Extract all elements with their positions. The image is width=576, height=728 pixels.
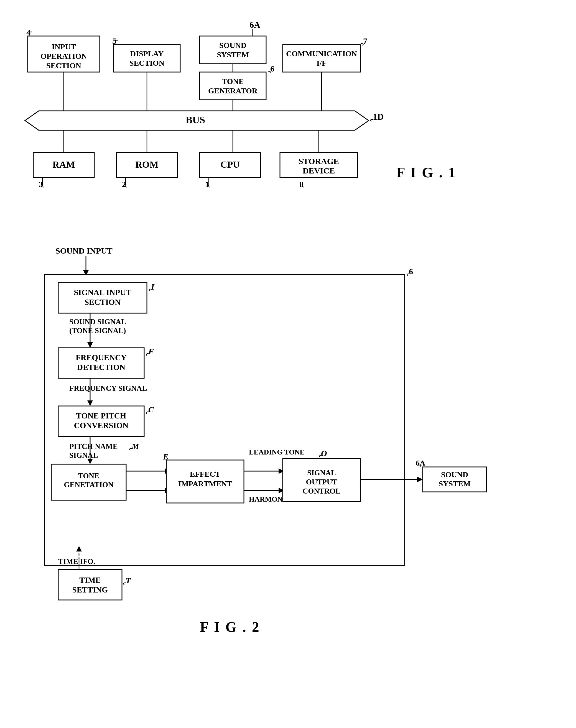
svg-text:7: 7: [363, 36, 367, 46]
svg-text:E: E: [163, 452, 169, 461]
svg-text:PITCH NAME: PITCH NAME: [69, 442, 118, 450]
svg-text:SIGNAL: SIGNAL: [69, 451, 98, 460]
svg-text:OUTPUT: OUTPUT: [306, 478, 337, 486]
svg-text:DEVICE: DEVICE: [303, 166, 335, 175]
svg-text:STORAGE: STORAGE: [298, 156, 339, 166]
svg-text:C: C: [148, 405, 154, 414]
svg-text:LEADING TONE: LEADING TONE: [249, 448, 305, 456]
svg-text:RAM: RAM: [52, 159, 75, 170]
svg-text:SECTION: SECTION: [85, 298, 121, 307]
svg-text:F I G . 2: F I G . 2: [200, 619, 260, 635]
svg-text:TIME: TIME: [79, 576, 100, 584]
svg-text:SOUND: SOUND: [219, 41, 247, 50]
fig1-svg: 6A INPUT OPERATION SECTION 4 DISPLAY SEC…: [22, 17, 566, 216]
svg-text:6A: 6A: [416, 459, 426, 467]
svg-text:6: 6: [409, 267, 413, 276]
svg-text:SETTING: SETTING: [73, 585, 108, 594]
svg-text:DISPLAY: DISPLAY: [130, 49, 164, 58]
svg-text:SECTION: SECTION: [129, 59, 164, 67]
fig1-diagram: 6A INPUT OPERATION SECTION 4 DISPLAY SEC…: [22, 17, 554, 216]
svg-text:OPERATION: OPERATION: [40, 52, 87, 60]
svg-text:SYSTEM: SYSTEM: [438, 479, 470, 488]
svg-text:M: M: [132, 441, 139, 450]
svg-text:ROM: ROM: [135, 159, 158, 170]
svg-text:CONVERSION: CONVERSION: [74, 421, 128, 430]
svg-text:SOUND: SOUND: [441, 470, 468, 479]
svg-text:FREQUENCY SIGNAL: FREQUENCY SIGNAL: [69, 384, 147, 392]
svg-rect-113: [58, 570, 122, 600]
svg-text:INPUT: INPUT: [52, 42, 76, 51]
svg-text:CONTROL: CONTROL: [303, 487, 341, 495]
svg-rect-14: [200, 72, 266, 100]
svg-text:EFFECT: EFFECT: [190, 470, 221, 478]
svg-text:4: 4: [26, 28, 30, 37]
svg-text:I/F: I/F: [317, 59, 326, 67]
svg-text:BUS: BUS: [186, 114, 205, 125]
fig2-svg: SOUND INPUT 6 SIGNAL INPUT SECTION I SOU…: [22, 238, 566, 640]
svg-text:GENETATION: GENETATION: [64, 481, 114, 489]
svg-text:5: 5: [112, 36, 116, 46]
svg-rect-18: [283, 44, 361, 72]
svg-text:SIGNAL INPUT: SIGNAL INPUT: [74, 288, 131, 297]
svg-text:6: 6: [270, 64, 275, 73]
svg-text:GENERATOR: GENERATOR: [208, 86, 258, 95]
svg-marker-105: [417, 477, 423, 482]
svg-rect-7: [114, 44, 180, 72]
svg-text:DETECTION: DETECTION: [77, 363, 125, 372]
svg-text:COMMUNICATION: COMMUNICATION: [286, 49, 357, 58]
svg-text:(TONE SIGNAL): (TONE SIGNAL): [69, 326, 126, 335]
svg-text:O: O: [321, 449, 327, 458]
svg-rect-11: [200, 36, 266, 64]
fig2-diagram: SOUND INPUT 6 SIGNAL INPUT SECTION I SOU…: [22, 238, 554, 640]
svg-text:SECTION: SECTION: [46, 61, 81, 70]
svg-text:SYSTEM: SYSTEM: [217, 51, 249, 59]
svg-text:TONE PITCH: TONE PITCH: [76, 411, 126, 420]
svg-text:TONE: TONE: [222, 77, 244, 86]
svg-text:F I G . 1: F I G . 1: [396, 165, 457, 180]
svg-text:TONE: TONE: [78, 472, 99, 480]
sound-input-label: SOUND INPUT: [55, 246, 113, 255]
svg-text:FREQUENCY: FREQUENCY: [76, 353, 127, 362]
svg-text:SOUND SIGNAL: SOUND SIGNAL: [69, 318, 126, 326]
svg-text:I: I: [151, 282, 155, 291]
svg-text:SIGNAL: SIGNAL: [307, 469, 336, 477]
svg-text:1D: 1D: [373, 112, 384, 122]
svg-text:F: F: [148, 347, 154, 356]
svg-text:6A: 6A: [250, 20, 260, 30]
svg-text:TIME IFO.: TIME IFO.: [58, 557, 95, 565]
svg-text:T: T: [125, 576, 131, 585]
svg-text:CPU: CPU: [220, 159, 240, 170]
svg-text:IMPARTMENT: IMPARTMENT: [178, 479, 232, 488]
